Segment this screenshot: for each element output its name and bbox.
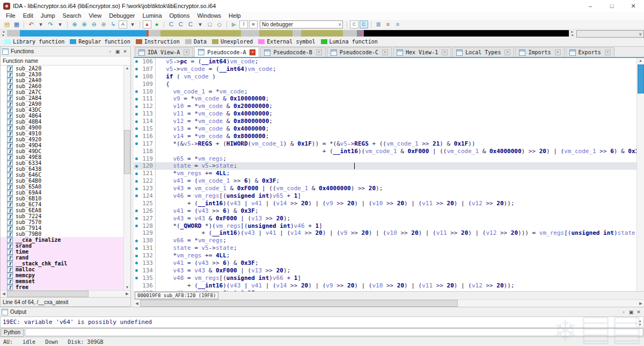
line-marker-dot[interactable] bbox=[134, 81, 139, 88]
line-marker-dot[interactable] bbox=[134, 244, 139, 252]
function-list-item[interactable]: fsub_2A7C bbox=[1, 89, 123, 95]
code-line[interactable]: 132 *vm_regs += 4LL; bbox=[134, 252, 636, 260]
tab-pseudocode-c[interactable]: Pseudocode-C✕ bbox=[327, 47, 392, 57]
stop-icon[interactable]: ■ bbox=[249, 20, 258, 28]
code-horizontal-scrollbar[interactable]: ◀ ▶ bbox=[134, 299, 644, 307]
navband-right-arrows[interactable]: ▸◂ bbox=[569, 30, 576, 37]
line-marker-dot[interactable] bbox=[134, 177, 139, 185]
call-stack-icon[interactable]: C bbox=[177, 20, 185, 28]
open-file-icon[interactable]: ▤ bbox=[3, 20, 11, 28]
window-list-icon[interactable]: ≣ bbox=[374, 20, 383, 28]
scroll-left-icon[interactable]: ◀ bbox=[134, 301, 140, 306]
line-marker-dot[interactable] bbox=[134, 222, 139, 230]
watches-icon[interactable]: C bbox=[186, 20, 195, 28]
line-marker-dot[interactable] bbox=[134, 133, 139, 140]
code-line[interactable]: 133 v41 = (v43 >> 6) & 0x3F; bbox=[134, 260, 636, 267]
run-icon[interactable]: ▶ bbox=[230, 20, 238, 28]
code-line[interactable]: 113 v11 = *vm_code & 0x40000000; bbox=[134, 110, 636, 118]
sync-left-icon[interactable]: ≡ bbox=[384, 20, 392, 28]
tab-close-icon[interactable]: ✕ bbox=[316, 49, 322, 55]
function-list-item[interactable]: fsub_69A4 bbox=[1, 190, 123, 196]
line-marker-dot[interactable] bbox=[134, 155, 139, 163]
code-line[interactable]: 136 + (__int16)(v43 | v41 | (v14 >> 20) … bbox=[134, 282, 636, 290]
line-marker-dot[interactable] bbox=[134, 185, 139, 192]
sync-right-icon[interactable]: ≡ bbox=[393, 20, 402, 28]
function-list-item[interactable]: fsub_2A90 bbox=[1, 101, 123, 107]
undo-dropdown-icon[interactable]: ▾ bbox=[36, 20, 45, 28]
line-marker-dot[interactable] bbox=[134, 95, 139, 103]
scrollbar-thumb[interactable] bbox=[124, 130, 130, 174]
menu-search[interactable]: Search bbox=[59, 12, 85, 20]
line-marker-dot[interactable] bbox=[134, 275, 139, 282]
code-line[interactable]: 118 + (__int16)(vm_code_1 & 0xF000 | ((v… bbox=[134, 148, 636, 155]
code-line[interactable]: 126 v41 = (v43 >> 6) & 0x3F; bbox=[134, 207, 636, 215]
function-list-item[interactable]: fmemcpy bbox=[1, 272, 123, 278]
menu-edit[interactable]: Edit bbox=[19, 12, 37, 20]
function-list-item[interactable]: f__stack_chk_fail bbox=[1, 261, 123, 266]
function-list-item[interactable]: fsub_4900 bbox=[1, 125, 123, 131]
line-marker-dot[interactable] bbox=[134, 118, 139, 125]
code-line[interactable]: 109 { bbox=[134, 81, 636, 88]
code-line[interactable]: 124 v46 = vm_regs[(unsigned int)v65 + 1] bbox=[134, 192, 636, 200]
navband-segment[interactable] bbox=[292, 30, 301, 37]
code-line[interactable]: 127 v43 = v43 & 0xF000 | (v13 >> 20); bbox=[134, 215, 636, 222]
function-list-item[interactable]: fsub_7224 bbox=[1, 213, 123, 219]
line-marker-dot[interactable] bbox=[134, 290, 139, 291]
code-line[interactable]: 119 v65 = *vm_regs; bbox=[134, 155, 636, 163]
tab-close-icon[interactable]: ✕ bbox=[250, 49, 255, 55]
navband-left-arrows[interactable]: ◂▸ bbox=[0, 30, 7, 37]
functions-vertical-scrollbar[interactable]: ▲ ▼ bbox=[123, 66, 130, 290]
code-line[interactable]: 115 v13 = *vm_code & 0x4000000; bbox=[134, 125, 636, 133]
tab-imports[interactable]: Imports✕ bbox=[515, 47, 564, 57]
navband-combo[interactable]: ∨ bbox=[576, 30, 644, 38]
tab-close-icon[interactable]: ✕ bbox=[555, 49, 561, 55]
tab-close-icon[interactable]: ✕ bbox=[605, 49, 611, 55]
line-marker-dot[interactable] bbox=[134, 200, 139, 207]
code-line[interactable]: 114 v12 = *vm_code & 0x80000000; bbox=[134, 118, 636, 125]
navband-segment[interactable] bbox=[364, 30, 569, 37]
pseudocode-view[interactable]: 106 v5->pc = (__int64)vm_code;107 v5->vm… bbox=[134, 58, 636, 291]
tab-pseudocode-b[interactable]: Pseudocode-B✕ bbox=[260, 47, 325, 57]
line-marker-dot[interactable] bbox=[134, 103, 139, 110]
tab-close-icon[interactable]: ✕ bbox=[382, 49, 388, 55]
functions-horizontal-scrollbar[interactable]: ◀ ▶ bbox=[1, 290, 130, 297]
function-list-item[interactable]: fsub_2A20 bbox=[1, 66, 123, 71]
line-marker-dot[interactable] bbox=[134, 192, 139, 200]
code-line[interactable]: 122 v41 = (vm_code_1 >> 6) & 0x3F; bbox=[134, 177, 636, 185]
function-list-item[interactable]: frand bbox=[1, 255, 123, 261]
line-marker-dot[interactable] bbox=[134, 73, 139, 81]
scroll-down-icon[interactable]: ▼ bbox=[126, 285, 129, 290]
line-marker-dot[interactable] bbox=[134, 207, 139, 215]
navband-segment[interactable] bbox=[357, 30, 362, 37]
function-list-item[interactable]: fsub_4864 bbox=[1, 113, 123, 119]
record-icon[interactable]: ● bbox=[152, 20, 161, 28]
tab-pseudocode-a[interactable]: Pseudocode-A✕ bbox=[194, 47, 259, 57]
menu-lumina[interactable]: Lumina bbox=[138, 12, 165, 20]
line-marker-dot[interactable] bbox=[134, 215, 139, 222]
function-list-item[interactable]: fsub_43DC bbox=[1, 107, 123, 113]
code-line[interactable]: 117 *(&v5->REGS + (HIWORD(vm_code_1) & 0… bbox=[134, 140, 636, 148]
function-list-item[interactable]: fsub_64B0 bbox=[1, 178, 123, 184]
function-list-item[interactable]: fsub_6334 bbox=[1, 160, 123, 166]
function-list-item[interactable]: fsrand bbox=[1, 243, 123, 249]
snapshot-icon[interactable]: ▲ bbox=[143, 20, 151, 28]
line-marker-dot[interactable] bbox=[134, 237, 139, 244]
code-line[interactable]: 137 v41 = (v43 >> 6) & 0x3F; bbox=[134, 290, 636, 291]
navband-segment[interactable] bbox=[301, 30, 343, 37]
scrollbar-thumb[interactable] bbox=[638, 64, 644, 93]
line-marker-dot[interactable] bbox=[134, 148, 139, 155]
function-list-item[interactable]: fsub_49DC bbox=[1, 148, 123, 154]
function-list-item[interactable]: fsub_7914 bbox=[1, 225, 123, 231]
function-list-item[interactable]: ftime bbox=[1, 249, 123, 255]
function-list-item[interactable]: fsub_65A0 bbox=[1, 184, 123, 190]
scrollbar-thumb[interactable] bbox=[7, 291, 89, 297]
function-list-item[interactable]: fsub_4910 bbox=[1, 131, 123, 136]
scroll-right-icon[interactable]: ▶ bbox=[124, 291, 130, 297]
function-name-column-header[interactable]: Function name bbox=[1, 56, 130, 66]
text-search-icon[interactable]: A bbox=[119, 20, 127, 28]
tab-local-types[interactable]: Local Types✕ bbox=[452, 47, 514, 57]
menu-help[interactable]: Help bbox=[225, 12, 245, 20]
function-list-item[interactable]: fmalloc bbox=[1, 266, 123, 272]
code-line[interactable]: 123 v43 = vm_code_1 & 0xF000 | ((vm_code… bbox=[134, 185, 636, 192]
python-button[interactable]: Python bbox=[1, 328, 24, 337]
